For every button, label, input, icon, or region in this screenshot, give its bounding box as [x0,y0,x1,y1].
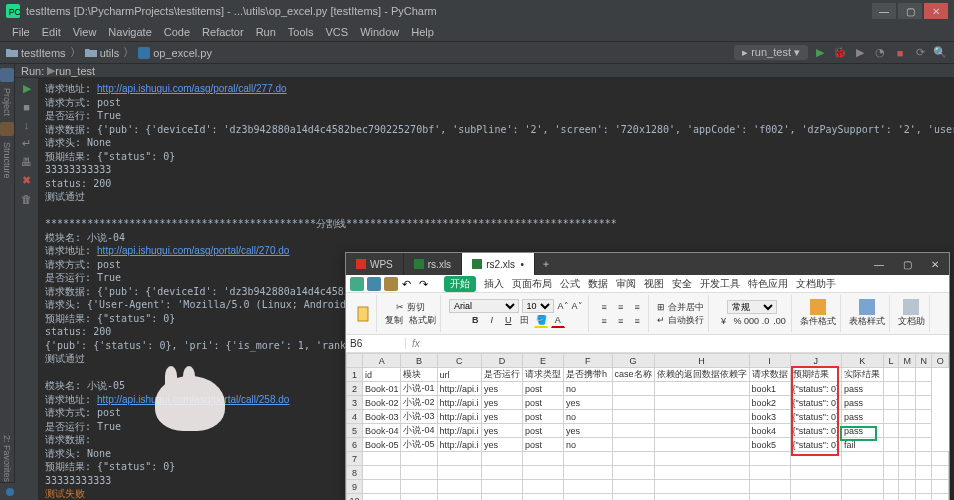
fx-icon[interactable]: fx [406,338,426,349]
structure-tool-icon[interactable] [0,122,14,136]
ribbon-tab-dochelper[interactable]: 文档助手 [796,277,836,291]
close-button[interactable]: ✕ [924,3,948,19]
menu-edit[interactable]: Edit [36,26,67,38]
align-right-icon[interactable]: ≡ [630,314,644,328]
ribbon-tab-view[interactable]: 视图 [644,277,664,291]
ribbon-tab-layout[interactable]: 页面布局 [512,277,552,291]
menu-code[interactable]: Code [158,26,196,38]
align-center-icon[interactable]: ≡ [614,314,628,328]
wps-add-tab[interactable]: ＋ [535,253,557,275]
wps-new-icon[interactable] [350,277,364,291]
print-icon[interactable]: 🖶 [21,156,32,168]
percent-icon[interactable]: % [731,314,745,328]
menu-window[interactable]: Window [354,26,405,38]
vcs-update-icon[interactable]: ⟳ [912,45,928,61]
cond-format-icon[interactable] [810,299,826,315]
menu-view[interactable]: View [67,26,103,38]
increase-font-icon[interactable]: A˄ [556,299,570,313]
tool-label-structure[interactable]: Structure [2,142,12,179]
run-config-selector[interactable]: ▸ run_test ▾ [734,45,808,60]
ribbon-tab-security[interactable]: 安全 [672,277,692,291]
wps-document-tabs: WPS rs.xls rs2.xls • ＋ — ▢ ✕ [346,253,949,275]
menu-run[interactable]: Run [250,26,282,38]
wps-undo-icon[interactable]: ↶ [401,277,415,291]
wps-save-icon[interactable] [384,277,398,291]
ribbon-tab-special[interactable]: 特色应用 [748,277,788,291]
ribbon-tab-review[interactable]: 审阅 [616,277,636,291]
wps-grid[interactable]: ABCDEFGHIJKLMNO1id模块url是否运行请求类型是否携带hcase… [346,353,949,500]
wps-maximize[interactable]: ▢ [893,253,921,275]
profile-button[interactable]: ◔ [872,45,888,61]
down-icon[interactable]: ↓ [24,119,30,131]
currency-icon[interactable]: ¥ [717,314,731,328]
ribbon-tab-insert[interactable]: 插入 [484,277,504,291]
wrap-text-button[interactable]: ↵ 自动换行 [657,314,704,327]
copy-button[interactable]: 复制 [385,314,403,327]
bold-button[interactable]: B [468,313,482,327]
breadcrumb[interactable]: testItems [21,47,66,59]
underline-button[interactable]: U [501,313,515,327]
svg-rect-5 [384,277,398,291]
font-color-button[interactable]: A [551,314,565,328]
maximize-button[interactable]: ▢ [898,3,922,19]
wrap-icon[interactable]: ↵ [22,137,31,150]
wps-redo-icon[interactable]: ↷ [418,277,432,291]
ribbon-tab-formula[interactable]: 公式 [560,277,580,291]
tool-label-project[interactable]: Project [2,88,12,116]
search-icon[interactable]: 🔍 [932,45,948,61]
align-top-icon[interactable]: ≡ [597,300,611,314]
italic-button[interactable]: I [485,313,499,327]
decrease-font-icon[interactable]: A˅ [570,299,584,313]
ribbon-tab-dev[interactable]: 开发工具 [700,277,740,291]
dec-dec-icon[interactable]: .00 [773,314,787,328]
ribbon-tab-data[interactable]: 数据 [588,277,608,291]
wps-brand-tab[interactable]: WPS [346,253,404,275]
merge-cells-button[interactable]: ⊞ 合并居中 [657,301,704,314]
align-mid-icon[interactable]: ≡ [614,300,628,314]
menu-navigate[interactable]: Navigate [102,26,157,38]
menu-help[interactable]: Help [405,26,440,38]
svg-rect-8 [358,307,368,321]
main-area: Project Structure 2: Favorites Run: ▶ ru… [0,64,954,482]
trash-icon[interactable]: 🗑 [21,193,32,205]
comma-icon[interactable]: 000 [745,314,759,328]
menu-vcs[interactable]: VCS [320,26,355,38]
stop-icon[interactable]: ■ [23,101,30,113]
menu-refactor[interactable]: Refactor [196,26,250,38]
tool-label-favorites[interactable]: 2: Favorites [2,435,12,482]
cut-button[interactable]: ✂ 剪切 [396,301,425,314]
wps-doc-tab[interactable]: rs.xls [404,253,462,275]
number-format-select[interactable]: 常规 [727,300,777,314]
paste-icon[interactable] [356,306,372,322]
wps-formula-bar: B6 fx [346,335,949,353]
table-style-icon[interactable] [859,299,875,315]
menu-file[interactable]: File [6,26,36,38]
minimize-button[interactable]: — [872,3,896,19]
debug-button[interactable]: 🐞 [832,45,848,61]
font-select[interactable]: Arial [449,299,519,313]
run-button[interactable]: ▶ [812,45,828,61]
menu-tools[interactable]: Tools [282,26,320,38]
stop-button[interactable]: ■ [892,45,908,61]
wps-close[interactable]: ✕ [921,253,949,275]
name-box[interactable]: B6 [346,338,406,349]
wps-doc-tab-active[interactable]: rs2.xls • [462,253,535,275]
clear-icon[interactable]: ✖ [22,174,31,187]
doc-helper-icon[interactable] [903,299,919,315]
align-bot-icon[interactable]: ≡ [630,300,644,314]
project-tool-icon[interactable] [0,68,14,82]
breadcrumb[interactable]: op_excel.py [153,47,212,59]
format-painter-button[interactable]: 格式刷 [409,314,436,327]
ribbon-tab-start[interactable]: 开始 [444,276,476,292]
align-left-icon[interactable]: ≡ [597,314,611,328]
run-with-coverage-button[interactable]: ▶ [852,45,868,61]
wps-spreadsheet-window[interactable]: WPS rs.xls rs2.xls • ＋ — ▢ ✕ ↶ ↷ [345,252,950,500]
fill-color-button[interactable]: 🪣 [534,314,548,328]
wps-minimize[interactable]: — [865,253,893,275]
font-size-select[interactable]: 10 [522,299,554,313]
breadcrumb[interactable]: utils [100,47,120,59]
rerun-icon[interactable]: ▶ [23,82,31,95]
inc-dec-icon[interactable]: .0 [759,314,773,328]
border-button[interactable]: 田 [518,314,532,328]
wps-open-icon[interactable] [367,277,381,291]
